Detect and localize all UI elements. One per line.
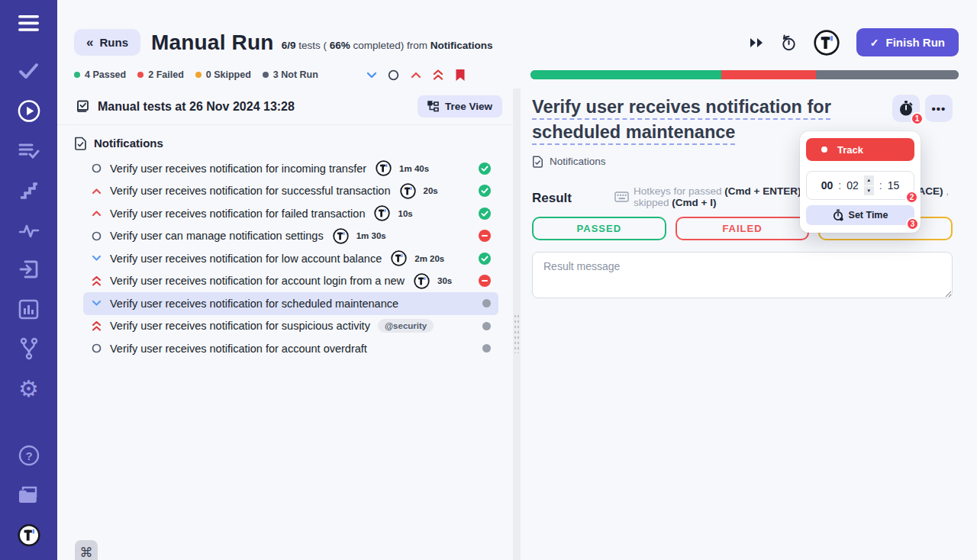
keyboard-icon <box>614 191 629 202</box>
document-check-icon <box>74 136 87 150</box>
status-counter: 0 Skipped <box>195 69 251 80</box>
seconds-value[interactable]: 15 <box>888 179 900 191</box>
sidebar: ⚙ ? <box>0 0 57 560</box>
test-tag[interactable]: @security <box>378 319 434 333</box>
finish-run-button[interactable]: ✓ Finish Run <box>856 28 959 56</box>
page-title: Manual Run <box>151 31 274 55</box>
priority-icon <box>91 298 102 309</box>
timer-button[interactable]: 1 <box>892 95 920 122</box>
priority-icon <box>91 253 102 264</box>
status-dot-icon <box>74 72 80 78</box>
svg-text:?: ? <box>25 449 32 462</box>
test-name: Verify user receives notification for ac… <box>110 343 367 355</box>
sign-in-icon[interactable] <box>18 259 40 281</box>
tree-icon <box>427 101 439 112</box>
steps-icon[interactable] <box>18 179 40 201</box>
test-status-icon <box>479 208 491 220</box>
test-row[interactable]: Verify user receives notification for sc… <box>83 292 498 315</box>
test-duration: 20s <box>424 186 438 195</box>
test-status-icon <box>482 299 491 307</box>
test-status-icon <box>479 230 491 242</box>
test-name: Verify user receives notification for su… <box>110 185 391 197</box>
status-counter: 2 Failed <box>137 69 184 80</box>
more-options-button[interactable]: ••• <box>925 95 953 122</box>
bar-chart-icon[interactable] <box>18 298 40 320</box>
timer-history-icon[interactable] <box>780 34 797 52</box>
panel-splitter[interactable] <box>513 89 521 560</box>
priority-icon <box>91 185 102 197</box>
stepper-down-icon[interactable]: ▼ <box>864 186 874 196</box>
test-duration: 2m 20s <box>414 254 444 263</box>
circle-icon[interactable] <box>388 69 400 81</box>
status-counter: 3 Not Run <box>263 69 318 80</box>
priority-filters <box>366 69 466 81</box>
test-row[interactable]: Verify user receives notification for ac… <box>83 270 498 293</box>
folder-icon[interactable] <box>18 484 40 506</box>
task-list-icon[interactable] <box>18 140 40 163</box>
priority-icon <box>91 320 102 332</box>
testomat-logo-icon[interactable] <box>814 30 840 56</box>
check-icon[interactable] <box>18 60 40 82</box>
command-shortcut-button[interactable]: ⌘ <box>75 540 98 560</box>
bookmark-icon[interactable] <box>454 69 466 81</box>
test-row[interactable]: Verify user receives notification for su… <box>83 180 498 203</box>
testomat-logo-icon[interactable] <box>18 523 40 546</box>
fast-forward-icon[interactable] <box>750 37 763 48</box>
menu-icon[interactable] <box>18 12 40 34</box>
time-input[interactable]: 00 : 02 ▲ ▼ : 15 2 <box>806 171 914 200</box>
test-row[interactable]: Verify user receives notification for in… <box>83 157 498 180</box>
run-check-icon <box>74 98 90 114</box>
pulse-icon[interactable] <box>18 219 40 241</box>
app-window: ⚙ ? « Runs Manual Run 6/9 tests ( 66% co… <box>0 0 977 560</box>
failed-button[interactable]: FAILED <box>676 217 810 240</box>
hours-value[interactable]: 00 <box>821 179 834 191</box>
progress-notrun <box>816 70 959 79</box>
automated-test-logo-icon <box>376 160 392 176</box>
time-badge: 2 <box>905 191 918 204</box>
splitter-grip-icon <box>514 314 520 353</box>
test-status-icon <box>482 322 491 330</box>
gear-icon[interactable]: ⚙ <box>18 378 40 401</box>
test-duration: 1m 40s <box>399 164 429 173</box>
result-heading: Result <box>532 191 572 206</box>
check-icon: ✓ <box>870 37 879 49</box>
progress-failed <box>721 70 817 79</box>
test-row[interactable]: Verify user can manage notification sett… <box>83 225 498 248</box>
minutes-stepper[interactable]: ▲ ▼ <box>864 175 874 195</box>
result-message-input[interactable] <box>532 252 953 298</box>
test-row[interactable]: Verify user receives notification for su… <box>83 315 498 338</box>
automated-test-logo-icon <box>414 273 430 289</box>
passed-button[interactable]: PASSED <box>532 217 666 240</box>
stepper-up-icon[interactable]: ▲ <box>864 175 874 185</box>
minutes-value[interactable]: 02 <box>846 179 859 191</box>
play-circle-icon[interactable] <box>18 100 40 123</box>
priority-icon <box>91 275 102 287</box>
set-time-button[interactable]: Set Time 3 <box>806 205 914 225</box>
double-chevron-up-icon[interactable] <box>432 69 444 81</box>
chevron-up-icon[interactable] <box>410 69 422 81</box>
chevron-down-icon[interactable] <box>366 69 378 81</box>
test-name: Verify user receives notification for lo… <box>110 253 382 265</box>
status-dot-icon <box>137 72 143 78</box>
set-time-badge: 3 <box>906 217 919 230</box>
test-row[interactable]: Verify user receives notification for ac… <box>83 337 498 360</box>
test-duration: 1m 30s <box>356 231 386 240</box>
automated-test-logo-icon <box>400 183 416 199</box>
help-icon[interactable]: ? <box>18 444 40 466</box>
stopwatch-gear-icon <box>833 209 843 221</box>
back-to-runs-button[interactable]: « Runs <box>74 29 140 56</box>
track-button[interactable]: Track <box>806 138 914 161</box>
priority-icon <box>91 208 102 219</box>
test-row[interactable]: Verify user receives notification for lo… <box>83 247 498 270</box>
test-status-icon <box>482 344 491 352</box>
timer-badge: 1 <box>911 112 924 125</box>
test-row[interactable]: Verify user receives notification for fa… <box>83 202 498 225</box>
test-name: Verify user receives notification for sc… <box>110 298 398 310</box>
priority-icon <box>91 343 102 354</box>
tree-view-button[interactable]: Tree View <box>418 95 502 117</box>
test-name: Verify user receives notification for fa… <box>110 208 365 220</box>
suite-group[interactable]: Notifications <box>57 128 513 157</box>
timer-popup: Track 00 : 02 ▲ ▼ : 15 2 Set Time 3 <box>800 131 921 233</box>
document-check-icon <box>532 155 543 168</box>
branch-icon[interactable] <box>18 337 40 360</box>
